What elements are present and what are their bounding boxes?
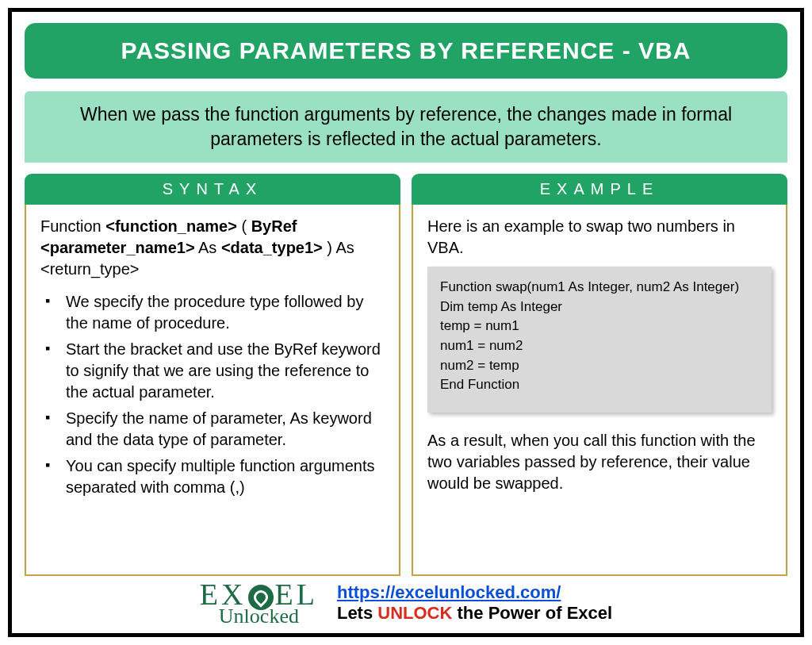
- code-line: End Function: [440, 375, 759, 395]
- code-line: num2 = temp: [440, 356, 759, 376]
- syntax-heading: SYNTAX: [25, 174, 400, 205]
- logo-text-top: EX EL: [200, 579, 318, 609]
- list-item: You can specify multiple function argume…: [45, 455, 385, 498]
- page-title: PASSING PARAMETERS BY REFERENCE - VBA: [25, 23, 787, 79]
- placeholder-param: <parameter_name1>: [40, 239, 195, 256]
- syntax-body: Function <function_name> ( ByRef <parame…: [25, 205, 400, 576]
- code-block: Function swap(num1 As Integer, num2 As I…: [427, 267, 772, 413]
- example-result: As a result, when you call this function…: [427, 430, 772, 494]
- placeholder-dtype: <data_type1>: [221, 239, 323, 256]
- brand-logo: EX EL Unlocked: [200, 579, 318, 627]
- card: PASSING PARAMETERS BY REFERENCE - VBA Wh…: [8, 8, 804, 637]
- list-item: Specify the name of parameter, As keywor…: [45, 408, 385, 451]
- paren-open: (: [237, 217, 251, 235]
- keyhole-icon: [248, 585, 274, 610]
- kw-function: Function: [40, 217, 102, 235]
- placeholder-fn: <function_name>: [105, 217, 237, 235]
- syntax-bullets: We specify the procedure type followed b…: [40, 291, 385, 498]
- list-item: Start the bracket and use the ByRef keyw…: [45, 339, 385, 403]
- description: When we pass the function arguments by r…: [25, 91, 787, 163]
- code-line: Dim temp As Integer: [440, 298, 759, 317]
- list-item: We specify the procedure type followed b…: [45, 291, 385, 334]
- example-panel: EXAMPLE Here is an example to swap two n…: [412, 174, 787, 576]
- site-link[interactable]: https://excelunlocked.com/: [337, 582, 561, 602]
- example-body: Here is an example to swap two numbers i…: [412, 205, 787, 576]
- columns: SYNTAX Function <function_name> ( ByRef …: [25, 174, 787, 576]
- kw-as: As: [195, 239, 221, 256]
- example-intro: Here is an example to swap two numbers i…: [427, 216, 772, 259]
- paren-close: ) As: [323, 239, 354, 256]
- placeholder-return: <return_type>: [40, 260, 140, 278]
- code-line: num1 = num2: [440, 336, 759, 356]
- footer-text: https://excelunlocked.com/ Lets UNLOCK t…: [337, 582, 612, 624]
- tagline-unlock: UNLOCK: [377, 603, 452, 623]
- kw-byref: ByRef: [251, 217, 297, 235]
- code-line: Function swap(num1 As Integer, num2 As I…: [440, 278, 759, 298]
- tagline: Lets UNLOCK the Power of Excel: [337, 603, 612, 623]
- code-line: temp = num1: [440, 317, 759, 336]
- footer: EX EL Unlocked https://excelunlocked.com…: [25, 579, 787, 627]
- tagline-post: the Power of Excel: [452, 603, 612, 623]
- tagline-pre: Lets: [337, 603, 377, 623]
- syntax-signature: Function <function_name> ( ByRef <parame…: [40, 216, 385, 280]
- example-heading: EXAMPLE: [412, 174, 787, 205]
- syntax-panel: SYNTAX Function <function_name> ( ByRef …: [25, 174, 400, 576]
